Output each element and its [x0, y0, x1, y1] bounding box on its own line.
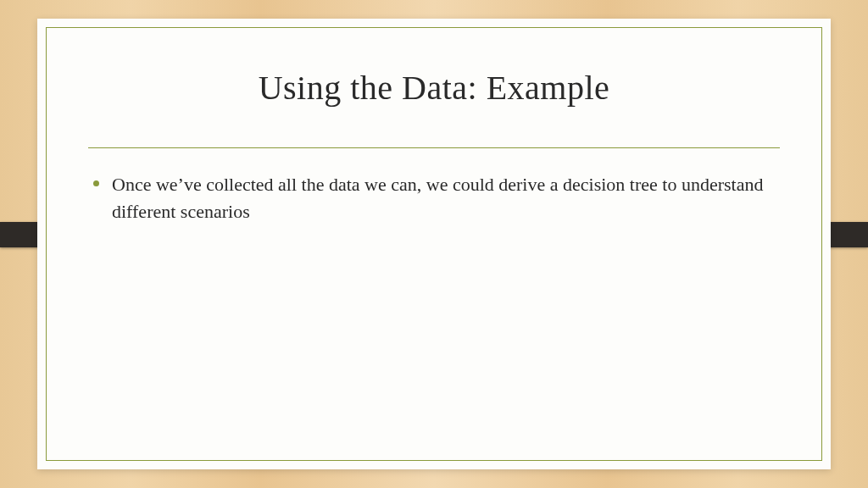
slide-title: Using the Data: Example	[37, 68, 831, 108]
bullet-icon	[93, 180, 99, 186]
bullet-text: Once we’ve collected all the data we can…	[112, 174, 763, 222]
list-item: Once we’ve collected all the data we can…	[112, 171, 771, 225]
slide-card: Using the Data: Example Once we’ve colle…	[37, 19, 831, 469]
title-divider	[88, 147, 780, 148]
slide-body: Once we’ve collected all the data we can…	[112, 171, 771, 225]
